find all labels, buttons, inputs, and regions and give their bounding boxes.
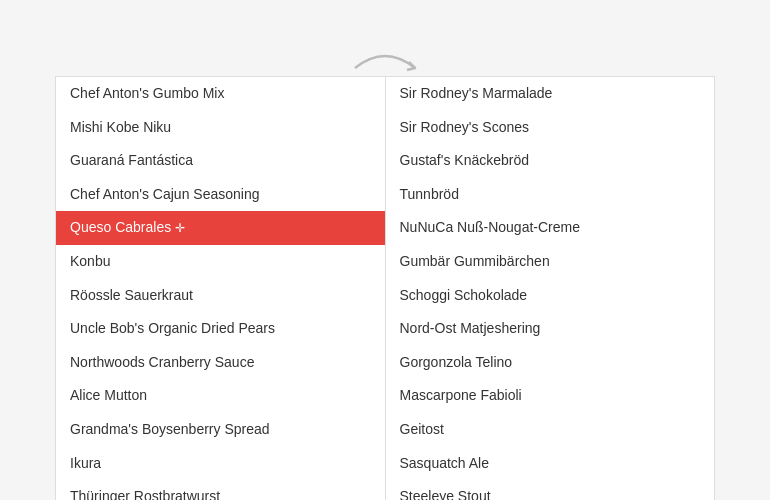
list-item[interactable]: Nord-Ost Matjeshering	[386, 312, 715, 346]
list-item[interactable]: Röossle Sauerkraut	[56, 279, 385, 313]
list-item[interactable]: Chef Anton's Cajun Seasoning	[56, 178, 385, 212]
list-item[interactable]: Sir Rodney's Scones	[386, 111, 715, 145]
list-item[interactable]: NuNuCa Nuß-Nougat-Creme	[386, 211, 715, 245]
list-item[interactable]: Guaraná Fantástica	[56, 144, 385, 178]
list-item[interactable]: Konbu	[56, 245, 385, 279]
move-cursor-icon: ✛	[175, 220, 185, 237]
list-item[interactable]: Northwoods Cranberry Sauce	[56, 346, 385, 380]
right-list-panel: Sir Rodney's MarmaladeSir Rodney's Scone…	[386, 77, 715, 500]
list-item[interactable]: Thüringer Rostbratwurst	[56, 480, 385, 500]
list-item[interactable]: Sir Rodney's Marmalade	[386, 77, 715, 111]
list-item[interactable]: Sasquatch Ale	[386, 447, 715, 481]
list-item[interactable]: Schoggi Schokolade	[386, 279, 715, 313]
list-item[interactable]: Geitost	[386, 413, 715, 447]
list-item[interactable]: Mishi Kobe Niku	[56, 111, 385, 145]
list-item[interactable]: Gustaf's Knäckebröd	[386, 144, 715, 178]
arrow-top	[345, 40, 425, 76]
list-item[interactable]: Queso Cabrales ✛	[56, 211, 385, 245]
list-item[interactable]: Tunnbröd	[386, 178, 715, 212]
list-item[interactable]: Ikura	[56, 447, 385, 481]
lists-wrapper: Chef Anton's Gumbo MixMishi Kobe NikuGua…	[55, 76, 715, 500]
dual-list-container: Chef Anton's Gumbo MixMishi Kobe NikuGua…	[55, 40, 715, 460]
list-item[interactable]: Mascarpone Fabioli	[386, 379, 715, 413]
list-item[interactable]: Alice Mutton	[56, 379, 385, 413]
list-item[interactable]: Gorgonzola Telino	[386, 346, 715, 380]
left-list-panel: Chef Anton's Gumbo MixMishi Kobe NikuGua…	[56, 77, 386, 500]
list-item[interactable]: Grandma's Boysenberry Spread	[56, 413, 385, 447]
list-item[interactable]: Chef Anton's Gumbo Mix	[56, 77, 385, 111]
list-item[interactable]: Gumbär Gummibärchen	[386, 245, 715, 279]
list-item[interactable]: Uncle Bob's Organic Dried Pears	[56, 312, 385, 346]
list-item[interactable]: Steeleye Stout	[386, 480, 715, 500]
